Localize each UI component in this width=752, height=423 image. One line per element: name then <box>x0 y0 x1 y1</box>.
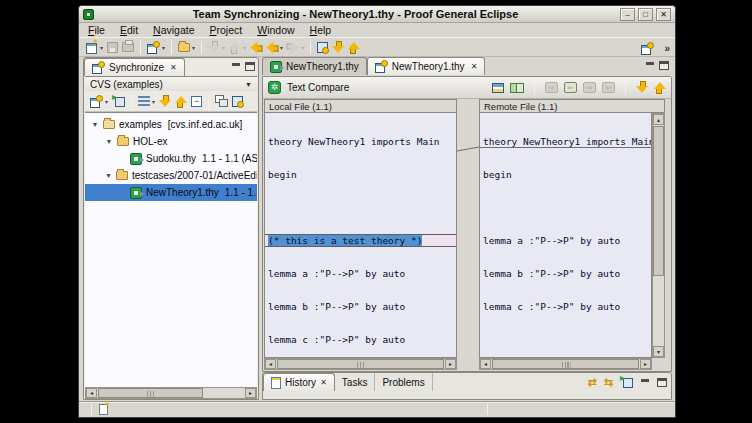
scroll-left-icon[interactable]: ◂ <box>480 359 491 369</box>
checkout-button[interactable]: ▾ <box>176 39 197 56</box>
next-difference-icon[interactable] <box>636 81 648 94</box>
sync-results-button[interactable] <box>315 39 330 56</box>
tab-problems[interactable]: Problems <box>375 373 432 391</box>
maximize-view-icon[interactable] <box>657 378 667 387</box>
schedule-button[interactable] <box>230 92 245 110</box>
new-wizard-button[interactable]: ▾ <box>84 39 105 56</box>
copy-change-left-to-right-icon: ⇨ <box>583 82 596 93</box>
close-button[interactable]: ✕ <box>656 8 671 21</box>
last-edit-location-button[interactable] <box>248 39 264 56</box>
folder-icon <box>116 171 128 180</box>
tree-row-hol-ex[interactable]: ▼ HOL-ex <box>85 133 257 150</box>
close-icon[interactable]: ✕ <box>170 63 177 72</box>
menu-help[interactable]: Help <box>310 24 332 36</box>
back-button[interactable]: ▾ <box>264 39 285 56</box>
tab-newtheory1-compare[interactable]: NewTheory1.thy ✕ <box>367 57 486 75</box>
menu-project[interactable]: Project <box>210 24 243 36</box>
tree-row-examples[interactable]: ▼ examples [cvs.inf.ed.ac.uk] <box>85 116 257 133</box>
remote-horizontal-scrollbar[interactable]: ◂ ▸ <box>479 358 652 370</box>
maximize-view-icon[interactable] <box>659 61 669 70</box>
minimize-view-icon[interactable] <box>640 378 650 387</box>
next-difference-button[interactable] <box>330 39 346 56</box>
maximize-view-icon[interactable] <box>245 62 255 71</box>
dropdown-icon[interactable]: ▾ <box>162 44 165 51</box>
scroll-left-icon[interactable]: ◂ <box>86 388 97 398</box>
menu-edit[interactable]: Edit <box>120 24 138 36</box>
minimize-view-icon[interactable] <box>645 61 655 70</box>
diff-changed-line[interactable]: (* this is a test theory *) <box>265 235 456 246</box>
scroll-down-icon[interactable]: ▾ <box>653 346 664 357</box>
tree-row-newtheory1-selected[interactable]: NewTheory1.thy 1.1 - 1.1 (A <box>85 184 257 201</box>
two-way-compare-icon[interactable] <box>510 82 524 93</box>
expander-icon[interactable]: ▼ <box>105 172 112 179</box>
expander-icon[interactable]: ▼ <box>105 138 113 145</box>
close-icon[interactable]: ✕ <box>471 62 478 71</box>
scroll-right-icon[interactable]: ▸ <box>445 359 456 369</box>
sync-scope-row[interactable]: CVS (examples) ▼ <box>85 76 257 91</box>
minimize-view-icon[interactable] <box>231 62 241 71</box>
pin-current-sync-button[interactable] <box>110 92 127 110</box>
title-bar[interactable]: Team Synchronizing - NewTheory1.thy - Pr… <box>79 6 675 23</box>
tree-row-sudoku[interactable]: Sudoku.thy 1.1 - 1.1 (ASCII <box>85 150 257 167</box>
scroll-left-icon[interactable]: ◂ <box>265 359 276 369</box>
refresh-icon[interactable]: ⇄ <box>588 377 597 388</box>
scrollbar-thumb[interactable] <box>492 359 639 369</box>
print-button[interactable] <box>120 39 136 56</box>
tab-history[interactable]: History ✕ <box>263 373 335 391</box>
toolbar-separator <box>201 41 202 54</box>
minimize-button[interactable]: – <box>620 8 635 21</box>
next-change-button[interactable] <box>157 92 173 110</box>
dropdown-icon[interactable]: ▾ <box>192 44 195 51</box>
copy-change-right-to-left-icon[interactable]: ⇦ <box>564 82 577 93</box>
previous-difference-button[interactable] <box>346 39 362 56</box>
synchronize-icon <box>147 41 160 54</box>
diff-insertion-marker <box>480 147 651 148</box>
scrollbar-thumb[interactable] <box>98 388 203 398</box>
tree-row-testcases[interactable]: ▼ testcases/2007-01/ActiveEditorV <box>85 167 257 184</box>
previous-difference-icon[interactable] <box>654 81 666 94</box>
tab-label: Problems <box>382 377 424 388</box>
synchronize-menu-button[interactable]: ▾ <box>88 92 110 110</box>
sync-horizontal-scrollbar[interactable]: ◂ ▸ <box>85 387 257 399</box>
theory-file-icon <box>270 61 282 73</box>
remote-file-content[interactable]: theory NewTheory1 imports Main begin lem… <box>479 113 652 358</box>
dropdown-icon[interactable]: ▾ <box>280 44 283 51</box>
collapse-all-button[interactable]: − <box>189 92 204 110</box>
synchronize-button[interactable]: ▾ <box>145 39 167 56</box>
local-horizontal-scrollbar[interactable]: ◂ ▸ <box>264 358 457 370</box>
scroll-right-icon[interactable]: ▸ <box>245 388 256 398</box>
debug-button-disabled: ▾ <box>227 39 248 56</box>
expander-icon[interactable]: ▼ <box>91 121 99 128</box>
compare-title: Text Compare <box>287 82 349 93</box>
fast-view-icon[interactable] <box>99 404 108 415</box>
switch-view-icon[interactable] <box>492 83 504 93</box>
link-refresh-icon[interactable]: ⇆ <box>604 377 613 388</box>
team-sync-perspective-icon[interactable] <box>641 42 654 55</box>
scrollbar-thumb[interactable] <box>653 126 664 276</box>
pin-history-icon[interactable] <box>620 376 633 388</box>
copy-all-left-to-right-icon: ⇨ <box>545 82 558 93</box>
dropdown-icon[interactable]: ▾ <box>152 98 155 105</box>
dropdown-icon[interactable]: ▾ <box>100 44 103 51</box>
close-icon[interactable]: ✕ <box>320 378 327 387</box>
sync-scope-label: CVS (examples) <box>90 79 163 90</box>
dropdown-icon[interactable]: ▾ <box>105 98 108 105</box>
scroll-right-icon[interactable]: ▸ <box>640 359 651 369</box>
link-with-editor-button[interactable] <box>213 92 230 110</box>
menu-file[interactable]: File <box>88 24 105 36</box>
local-file-content[interactable]: theory NewTheory1 imports Main begin (* … <box>264 113 457 358</box>
previous-change-button[interactable] <box>173 92 189 110</box>
tab-newtheory1-editor[interactable]: NewTheory1.thy <box>262 57 367 75</box>
tab-synchronize[interactable]: Synchronize ✕ <box>84 58 185 76</box>
presentation-mode-button[interactable]: ▾ <box>136 92 157 110</box>
menu-navigate[interactable]: Navigate <box>153 24 194 36</box>
save-button[interactable] <box>105 39 120 56</box>
perspective-overflow-chevron[interactable]: » <box>664 43 670 54</box>
menu-window[interactable]: Window <box>257 24 294 36</box>
scrollbar-thumb[interactable] <box>277 359 444 369</box>
scroll-up-icon[interactable]: ▴ <box>653 114 664 125</box>
maximize-button[interactable]: □ <box>638 8 653 21</box>
chevron-down-icon[interactable]: ▼ <box>245 81 252 88</box>
tab-tasks[interactable]: Tasks <box>335 373 376 391</box>
remote-vertical-scrollbar[interactable]: ▴ ▾ <box>652 113 665 358</box>
